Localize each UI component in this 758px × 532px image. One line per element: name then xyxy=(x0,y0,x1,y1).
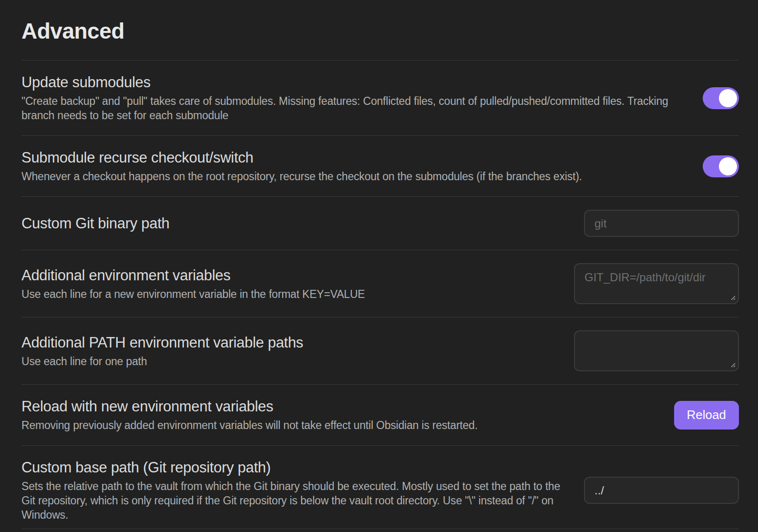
setting-info: Submodule recurse checkout/switch Whenev… xyxy=(21,149,684,184)
setting-name: Custom base path (Git repository path) xyxy=(21,459,565,477)
setting-row-path-env-variables: Additional PATH environment variable pat… xyxy=(21,317,739,384)
page-title: Advanced xyxy=(21,0,739,60)
setting-control: Reload xyxy=(674,401,739,430)
setting-name: Reload with new environment variables xyxy=(21,398,655,416)
setting-row-custom-base-path: Custom base path (Git repository path) S… xyxy=(21,445,739,529)
textarea-wrap xyxy=(574,263,739,304)
setting-row-update-submodules: Update submodules "Create backup" and "p… xyxy=(21,60,739,135)
update-submodules-toggle[interactable] xyxy=(703,87,739,109)
toggle-knob xyxy=(719,89,737,107)
setting-name: Custom Git binary path xyxy=(21,215,565,233)
section-divider xyxy=(21,529,739,529)
reload-button[interactable]: Reload xyxy=(674,401,739,430)
base-path-input[interactable] xyxy=(584,477,739,504)
toggle-knob xyxy=(719,157,737,175)
resize-handle-icon[interactable] xyxy=(728,293,736,301)
setting-info: Update submodules "Create backup" and "p… xyxy=(21,73,684,123)
setting-name: Additional PATH environment variable pat… xyxy=(21,334,555,352)
setting-control xyxy=(574,330,739,371)
setting-description: Removing previously added environment va… xyxy=(21,418,655,432)
env-variables-textarea[interactable] xyxy=(574,263,739,304)
setting-info: Custom Git binary path xyxy=(21,215,565,233)
advanced-settings-pane: Advanced Update submodules "Create backu… xyxy=(0,0,758,532)
setting-name: Submodule recurse checkout/switch xyxy=(21,149,684,167)
setting-description: "Create backup" and "pull" takes care of… xyxy=(21,94,684,123)
path-env-textarea[interactable] xyxy=(574,330,739,371)
setting-info: Reload with new environment variables Re… xyxy=(21,398,655,432)
setting-description: Use each line for a new environment vari… xyxy=(21,287,555,301)
setting-control xyxy=(703,87,739,109)
setting-control xyxy=(703,155,739,177)
setting-row-git-binary-path: Custom Git binary path xyxy=(21,196,739,250)
submodule-recurse-toggle[interactable] xyxy=(703,155,739,177)
setting-info: Additional environment variables Use eac… xyxy=(21,266,555,301)
setting-control xyxy=(574,263,739,304)
setting-row-env-variables: Additional environment variables Use eac… xyxy=(21,250,739,317)
setting-name: Update submodules xyxy=(21,73,684,92)
setting-name: Additional environment variables xyxy=(21,266,555,285)
resize-handle-icon[interactable] xyxy=(728,360,736,368)
setting-control xyxy=(584,210,739,237)
git-binary-path-input[interactable] xyxy=(584,210,739,237)
setting-row-submodule-recurse: Submodule recurse checkout/switch Whenev… xyxy=(21,135,739,196)
setting-description: Sets the relative path to the vault from… xyxy=(21,479,565,522)
textarea-wrap xyxy=(574,330,739,371)
setting-row-reload-env: Reload with new environment variables Re… xyxy=(21,384,739,445)
setting-control xyxy=(584,477,739,504)
setting-info: Additional PATH environment variable pat… xyxy=(21,334,555,368)
setting-description: Use each line for one path xyxy=(21,354,555,368)
setting-info: Custom base path (Git repository path) S… xyxy=(21,459,565,522)
setting-description: Whenever a checkout happens on the root … xyxy=(21,169,684,184)
